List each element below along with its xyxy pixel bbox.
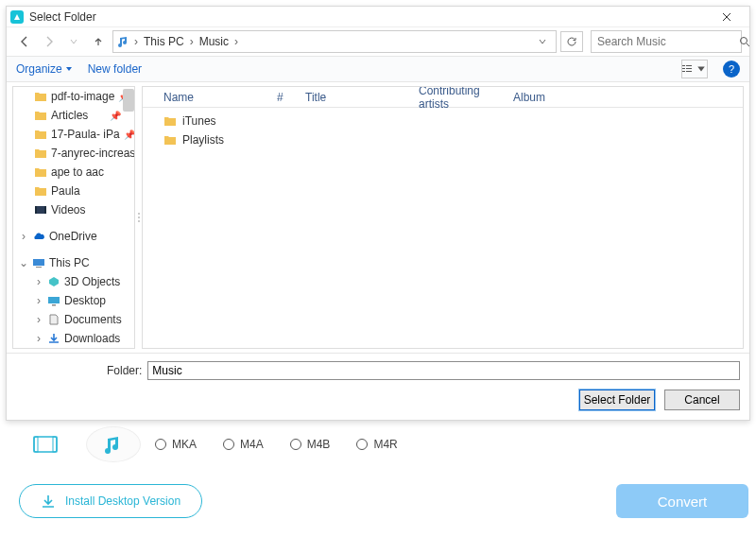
nav-tree[interactable]: pdf-to-image📌 Articles📌 17-Paula- iPa📌 7… <box>12 86 135 349</box>
titlebar: Select Folder <box>7 7 749 27</box>
format-group: MKA M4A M4B M4R <box>155 438 398 451</box>
convert-button[interactable]: Convert <box>616 484 748 518</box>
radio-icon <box>290 439 301 450</box>
chevron-right-icon: › <box>188 35 196 48</box>
recent-dropdown[interactable] <box>63 31 84 52</box>
download-icon <box>41 494 56 509</box>
expand-icon[interactable]: › <box>19 230 28 243</box>
documents-icon <box>47 314 60 325</box>
select-folder-button[interactable]: Select Folder <box>579 390 655 410</box>
install-desktop-button[interactable]: Install Desktop Version <box>19 484 202 518</box>
svg-rect-5 <box>682 68 685 69</box>
col-contrib[interactable]: Contributing artists <box>411 86 506 111</box>
tree-item[interactable]: ›3D Objects <box>13 272 134 291</box>
onedrive-icon <box>32 231 45 242</box>
tree-item[interactable]: ›Downloads <box>13 329 134 348</box>
folder-icon <box>34 147 47 159</box>
cancel-button[interactable]: Cancel <box>664 390 740 410</box>
tree-item[interactable]: ›Documents <box>13 310 134 329</box>
help-button[interactable]: ? <box>723 61 740 78</box>
audio-mode-icon[interactable] <box>87 427 140 461</box>
svg-point-2 <box>741 38 747 44</box>
address-bar[interactable]: › This PC › Music › <box>112 30 557 53</box>
breadcrumb-music[interactable]: Music <box>198 35 231 48</box>
chevron-right-icon: › <box>132 35 140 48</box>
svg-rect-9 <box>686 71 692 72</box>
svg-rect-7 <box>686 65 692 66</box>
collapse-icon[interactable]: ⌄ <box>19 256 28 269</box>
back-button[interactable] <box>14 31 35 52</box>
tree-item[interactable]: Paula <box>13 182 134 200</box>
command-row: Organize New folder ? <box>7 56 749 82</box>
search-input[interactable] <box>597 35 739 48</box>
folder-icon <box>34 91 47 102</box>
objects-icon <box>47 276 60 287</box>
folder-icon <box>34 185 47 197</box>
app-format-strip: MKA M4A M4B M4R <box>19 427 748 461</box>
folder-input[interactable] <box>147 361 740 380</box>
pin-icon: 📌 <box>110 111 121 121</box>
list-item[interactable]: iTunes <box>163 112 743 130</box>
svg-rect-11 <box>35 206 37 214</box>
svg-line-3 <box>747 43 749 46</box>
folder-icon <box>34 110 47 121</box>
search-box[interactable] <box>591 30 742 53</box>
folder-icon <box>163 115 177 127</box>
close-button[interactable] <box>708 7 746 27</box>
folder-icon <box>34 166 47 178</box>
pin-icon: 📌 <box>124 130 134 140</box>
radio-icon <box>223 439 234 450</box>
up-button[interactable] <box>88 31 109 52</box>
select-folder-dialog: Select Folder › This PC › Music › Organi… <box>6 6 750 421</box>
col-number[interactable]: # <box>269 91 298 104</box>
tree-item-music[interactable]: ›Music <box>13 348 134 349</box>
format-option[interactable]: M4R <box>356 438 397 451</box>
tree-item[interactable]: 7-anyrec-increas <box>13 144 134 163</box>
format-option[interactable]: MKA <box>155 438 197 451</box>
radio-icon <box>155 439 166 450</box>
app-icon <box>10 10 24 24</box>
col-name[interactable]: Name <box>156 91 269 104</box>
videos-icon <box>34 204 47 216</box>
downloads-icon <box>47 333 60 344</box>
organize-menu[interactable]: Organize <box>16 62 73 76</box>
svg-rect-13 <box>33 259 44 266</box>
tree-item[interactable]: pdf-to-image📌 <box>13 87 134 106</box>
tree-item-thispc[interactable]: ⌄This PC <box>13 253 134 272</box>
col-title[interactable]: Title <box>298 91 411 104</box>
address-dropdown[interactable] <box>533 31 552 52</box>
col-album[interactable]: Album <box>506 91 562 104</box>
thispc-icon <box>32 257 45 268</box>
tree-item[interactable]: ape to aac <box>13 163 134 182</box>
format-option[interactable]: M4B <box>290 438 331 451</box>
video-mode-icon[interactable] <box>19 427 72 461</box>
chevron-down-icon <box>65 65 73 73</box>
tree-item[interactable]: Articles📌 <box>13 106 134 125</box>
folder-label: Folder: <box>107 364 142 377</box>
format-option[interactable]: M4A <box>223 438 264 451</box>
refresh-button[interactable] <box>560 31 583 52</box>
dialog-footer: Folder: Select Folder Cancel <box>7 353 749 420</box>
list-item[interactable]: Playlists <box>163 130 743 149</box>
folder-icon <box>163 134 177 146</box>
forward-button[interactable] <box>39 31 60 52</box>
dialog-title: Select Folder <box>29 10 96 24</box>
nav-row: › This PC › Music › <box>7 27 749 56</box>
tree-item-onedrive[interactable]: ›OneDrive <box>13 227 134 246</box>
folder-icon <box>34 129 47 140</box>
pane-resizer[interactable] <box>137 82 140 353</box>
svg-rect-4 <box>682 65 685 66</box>
tree-item[interactable]: Videos <box>13 200 134 219</box>
svg-rect-8 <box>686 68 692 69</box>
column-headers[interactable]: Name # Title Contributing artists Album <box>143 87 743 108</box>
breadcrumb-thispc[interactable]: This PC <box>142 35 186 48</box>
main-area: pdf-to-image📌 Articles📌 17-Paula- iPa📌 7… <box>7 82 749 353</box>
new-folder-button[interactable]: New folder <box>88 62 142 76</box>
view-options-button[interactable] <box>681 60 708 78</box>
tree-item[interactable]: ›Desktop <box>13 291 134 310</box>
chevron-right-icon: › <box>232 35 240 48</box>
tree-scrollbar[interactable] <box>123 89 134 112</box>
tree-item[interactable]: 17-Paula- iPa📌 <box>13 125 134 144</box>
file-list[interactable]: Name # Title Contributing artists Album … <box>142 86 744 349</box>
svg-rect-12 <box>44 206 46 214</box>
